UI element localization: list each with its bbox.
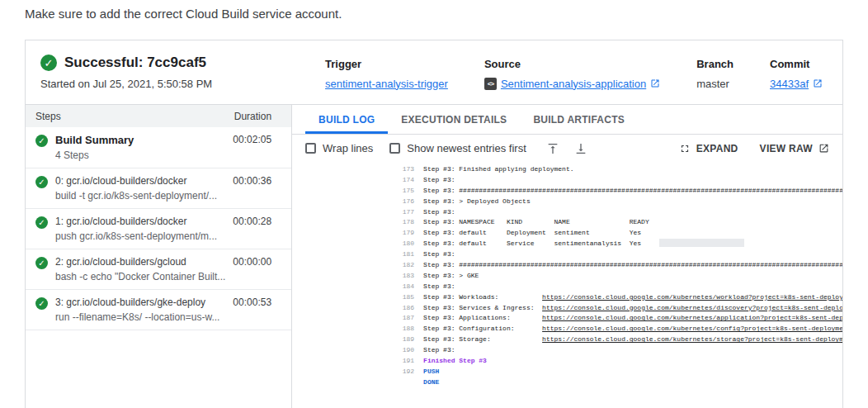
log-line-text: Step #3: ###############################… bbox=[414, 186, 842, 197]
log-line-text: Step #3: default Deployment sentiment Ye… bbox=[414, 228, 641, 239]
show-newest-toggle[interactable]: Show newest entries first bbox=[389, 142, 526, 154]
log-line-text: PUSH bbox=[414, 367, 439, 377]
open-in-new-icon bbox=[813, 78, 823, 88]
step-subtitle: 4 Steps bbox=[55, 149, 225, 161]
source-link[interactable]: Sentiment-analysis-application bbox=[501, 78, 646, 90]
wrap-lines-toggle[interactable]: Wrap lines bbox=[305, 142, 373, 154]
log-line: 176Step #3: > Deployed Objects bbox=[292, 197, 842, 207]
log-line-text: Step #3: > Deployed Objects bbox=[414, 197, 531, 207]
step-duration: 00:00:36 bbox=[233, 175, 271, 202]
log-line: 185Step #3: Workloads: https://console.c… bbox=[292, 292, 842, 303]
steps-column-header: Steps bbox=[35, 111, 61, 122]
log-url-link[interactable]: https://console.cloud.google.com/kuberne… bbox=[542, 325, 842, 332]
step-row[interactable]: ✓2: gcr.io/cloud-builders/gcloudbash -c … bbox=[26, 249, 291, 290]
open-in-new-icon bbox=[650, 78, 660, 88]
steps-table-header: Steps Duration bbox=[26, 105, 291, 127]
log-line: 180Step #3: default Service sentimentana… bbox=[292, 239, 842, 249]
vertical-align-top-icon bbox=[546, 142, 559, 155]
log-line: 175Step #3: ############################… bbox=[292, 186, 842, 197]
branch-label: Branch bbox=[696, 58, 734, 70]
log-line-number: 184 bbox=[292, 282, 414, 292]
log-line-text: Step #3: Configuration: https://console.… bbox=[414, 324, 842, 334]
branch-value: master bbox=[696, 78, 734, 90]
expand-button[interactable]: EXPAND bbox=[679, 143, 738, 154]
log-line: 177Step #3: bbox=[292, 207, 842, 218]
wrap-lines-checkbox[interactable] bbox=[305, 143, 316, 154]
step-success-icon: ✓ bbox=[35, 176, 48, 188]
log-line: 181Step #3: bbox=[292, 249, 842, 260]
log-line-text: Step #3: bbox=[414, 207, 455, 218]
step-title: Build Summary bbox=[55, 134, 225, 146]
log-url-link[interactable]: https://console.cloud.google.com/kuberne… bbox=[542, 335, 842, 343]
view-raw-button[interactable]: VIEW RAW bbox=[760, 143, 829, 154]
scroll-to-top-button[interactable] bbox=[543, 140, 563, 158]
step-row[interactable]: ✓3: gcr.io/cloud-builders/gke-deployrun … bbox=[26, 290, 291, 330]
log-line-text: Step #3: Finished applying deployment. bbox=[414, 164, 573, 175]
show-newest-checkbox[interactable] bbox=[389, 143, 400, 154]
step-row[interactable]: ✓1: gcr.io/cloud-builders/dockerpush gcr… bbox=[26, 209, 291, 249]
log-line-text: DONE bbox=[414, 377, 439, 388]
log-line-number: 181 bbox=[292, 249, 414, 260]
step-title: 3: gcr.io/cloud-builders/gke-deploy bbox=[55, 297, 225, 308]
log-line: 188Step #3: Configuration: https://conso… bbox=[292, 324, 842, 334]
log-line: 179Step #3: default Deployment sentiment… bbox=[292, 228, 842, 239]
step-title: 2: gcr.io/cloud-builders/gcloud bbox=[55, 256, 225, 268]
commit-link[interactable]: 34433af bbox=[770, 78, 809, 90]
log-line-text: Step #3: bbox=[414, 345, 455, 356]
log-line-number: 178 bbox=[292, 217, 414, 228]
build-detail-card: ✓ Successful: 7cc9caf5 Started on Jul 25… bbox=[25, 40, 843, 408]
show-newest-label: Show newest entries first bbox=[407, 142, 526, 154]
vertical-align-bottom-icon bbox=[574, 142, 587, 155]
log-url-link[interactable]: https://console.cloud.google.com/kuberne… bbox=[542, 293, 842, 301]
log-line-text: Step #3: bbox=[414, 282, 455, 292]
tab-build-log[interactable]: BUILD LOG bbox=[305, 105, 388, 134]
log-line: 187Step #3: Applications: https://consol… bbox=[292, 313, 842, 324]
step-title: 0: gcr.io/cloud-builders/docker bbox=[55, 175, 225, 187]
steps-list: ✓Build Summary4 Steps00:02:05✓0: gcr.io/… bbox=[26, 127, 291, 330]
log-url-link[interactable]: https://console.cloud.google.com/kuberne… bbox=[542, 314, 842, 321]
log-panel: BUILD LOGEXECUTION DETAILSBUILD ARTIFACT… bbox=[292, 105, 842, 408]
log-line: 191Finished Step #3 bbox=[292, 356, 842, 367]
trigger-link[interactable]: sentiment-analysis-trigger bbox=[325, 78, 448, 90]
tab-execution-details[interactable]: EXECUTION DETAILS bbox=[388, 105, 520, 134]
log-line: 186Step #3: Services & Ingress: https://… bbox=[292, 303, 842, 314]
step-success-icon: ✓ bbox=[35, 135, 48, 147]
log-line: 192PUSH bbox=[292, 367, 842, 377]
trigger-column: Trigger sentiment-analysis-trigger bbox=[325, 58, 448, 90]
step-subtitle: build -t gcr.io/k8s-sent-deployment/... bbox=[55, 190, 225, 202]
redacted-value bbox=[659, 239, 744, 247]
wrap-lines-label: Wrap lines bbox=[323, 142, 373, 154]
log-line-text: Step #3: default Service sentimentanalys… bbox=[414, 239, 744, 249]
step-row[interactable]: ✓0: gcr.io/cloud-builders/dockerbuild -t… bbox=[26, 168, 291, 209]
build-start-time: Started on Jul 25, 2021, 5:50:58 PM bbox=[40, 78, 212, 90]
step-duration: 00:02:05 bbox=[233, 134, 271, 161]
log-line-number: 192 bbox=[292, 367, 414, 377]
log-line-text: Step #3: Storage: https://console.cloud.… bbox=[414, 334, 842, 345]
log-line-text: Step #3: Services & Ingress: https://con… bbox=[414, 303, 842, 314]
log-line: DONE bbox=[292, 377, 842, 388]
log-line-number: 188 bbox=[292, 324, 414, 334]
build-body: Steps Duration ✓Build Summary4 Steps00:0… bbox=[26, 105, 842, 408]
fullscreen-icon bbox=[679, 143, 691, 154]
log-line-number: 190 bbox=[292, 345, 414, 356]
commit-column: Commit 34433af bbox=[770, 58, 823, 90]
step-title: 1: gcr.io/cloud-builders/docker bbox=[55, 216, 225, 227]
tab-bar: BUILD LOGEXECUTION DETAILSBUILD ARTIFACT… bbox=[292, 105, 842, 135]
tab-build-artifacts[interactable]: BUILD ARTIFACTS bbox=[520, 105, 638, 134]
log-line-number: 177 bbox=[292, 207, 414, 218]
log-line-text: Step #3: NAMESPACE KIND NAME READY bbox=[414, 217, 649, 228]
build-header: ✓ Successful: 7cc9caf5 Started on Jul 25… bbox=[26, 40, 842, 105]
scroll-to-bottom-button[interactable] bbox=[571, 140, 591, 158]
build-meta: Trigger sentiment-analysis-trigger Sourc… bbox=[325, 55, 823, 90]
step-subtitle: push gcr.io/k8s-sent-deployment/m... bbox=[55, 230, 225, 242]
open-in-new-icon bbox=[818, 143, 829, 154]
log-line-number: 173 bbox=[292, 164, 414, 175]
log-line-number: 182 bbox=[292, 260, 414, 271]
log-line-text: Step #3: ###############################… bbox=[414, 260, 842, 271]
log-url-link[interactable]: https://console.cloud.google.com/kuberne… bbox=[542, 304, 842, 311]
step-row[interactable]: ✓Build Summary4 Steps00:02:05 bbox=[26, 127, 291, 168]
step-success-icon: ✓ bbox=[35, 297, 48, 310]
log-line-number: 175 bbox=[292, 186, 414, 197]
log-line-number: 191 bbox=[292, 356, 414, 367]
log-line: 173Step #3: Finished applying deployment… bbox=[292, 164, 842, 175]
